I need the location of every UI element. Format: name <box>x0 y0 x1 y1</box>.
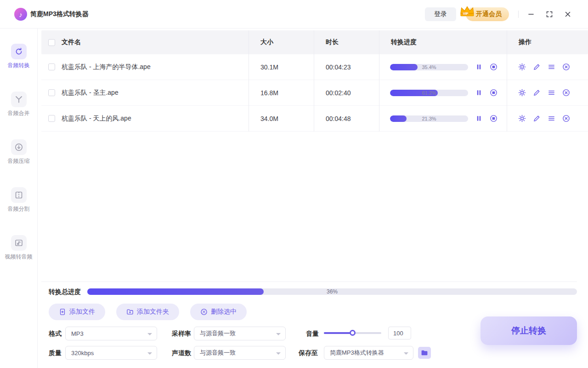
file-action-buttons: 添加文件 添加文件夹 删除选中 <box>49 304 247 320</box>
sidebar-item-audio-merge[interactable]: 音频合并 <box>8 92 30 117</box>
app-title: 简鹿MP3格式转换器 <box>30 0 89 29</box>
maximize-button[interactable] <box>543 8 556 21</box>
file-name: 杭盖乐队 - 圣主.ape <box>62 89 249 97</box>
login-button[interactable]: 登录 <box>425 7 456 21</box>
header-duration: 时长 <box>314 38 379 46</box>
column-divider <box>249 30 249 132</box>
quality-label: 质量 <box>49 346 62 360</box>
pause-icon[interactable] <box>475 89 483 97</box>
video-to-audio-icon <box>11 235 27 251</box>
file-size: 30.1M <box>249 63 314 71</box>
stop-conversion-button[interactable]: 停止转换 <box>481 316 577 345</box>
sidebar-item-audio-compress[interactable]: 音频压缩 <box>8 139 30 165</box>
sidebar: 音频转换 音频合并 音频压缩 音频分割 <box>0 29 38 368</box>
audio-split-icon <box>11 187 27 203</box>
app-window: ♪ 简鹿MP3格式转换器 登录 VIP 开通会员 <box>0 0 588 368</box>
delete-selected-button[interactable]: 删除选中 <box>190 304 247 320</box>
topbar-divider <box>518 11 519 18</box>
row-checkbox[interactable] <box>48 89 55 96</box>
format-select[interactable]: MP3 <box>65 327 157 340</box>
settings-icon[interactable] <box>518 63 526 71</box>
crown-icon <box>459 5 475 18</box>
channels-select[interactable]: 与源音频一致 <box>194 346 286 360</box>
samplerate-value: 与源音频一致 <box>200 329 236 338</box>
add-folder-label: 添加文件夹 <box>137 308 169 316</box>
sidebar-label: 音频转换 <box>8 62 30 69</box>
file-name: 杭盖乐队 - 天上的风.ape <box>62 115 249 123</box>
saveto-value: 简鹿MP3格式转换器 <box>330 349 384 357</box>
edit-icon[interactable] <box>532 63 541 71</box>
samplerate-label: 采样率 <box>172 327 191 340</box>
delete-selected-icon <box>200 308 208 316</box>
total-progress-percent: 36% <box>87 288 577 295</box>
row-progress-label: 21.3% <box>390 115 468 122</box>
column-divider <box>314 30 314 132</box>
details-icon[interactable] <box>547 63 555 71</box>
open-folder-button[interactable] <box>418 347 431 359</box>
details-icon[interactable] <box>547 89 555 97</box>
table-row: 杭盖乐队 - 上海产的半导体.ape 30.1M 00:04:23 35.4% <box>41 54 588 80</box>
select-all-checkbox[interactable] <box>48 39 55 46</box>
add-folder-button[interactable]: 添加文件夹 <box>116 304 179 320</box>
folder-icon <box>421 349 428 356</box>
close-button[interactable] <box>561 8 574 21</box>
row-progress-bar: 21.3% <box>390 115 468 122</box>
saveto-select[interactable]: 简鹿MP3格式转换器 <box>324 346 413 360</box>
saveto-label: 保存至 <box>299 346 318 360</box>
row-progress-label: 35.4% <box>390 64 468 70</box>
pause-icon[interactable] <box>475 115 483 123</box>
sidebar-label: 视频转音频 <box>5 253 33 261</box>
volume-slider[interactable] <box>324 332 381 334</box>
channels-value: 与源音频一致 <box>200 349 236 357</box>
file-duration: 00:02:40 <box>314 89 379 97</box>
format-label: 格式 <box>49 327 62 340</box>
file-table: 文件名 大小 时长 转换进度 操作 杭盖乐队 - 上海产的半导体.ape 30.… <box>41 30 588 132</box>
table-header-row: 文件名 大小 时长 转换进度 操作 <box>41 30 588 54</box>
add-file-label: 添加文件 <box>69 308 95 316</box>
quality-select[interactable]: 320kbps <box>65 346 157 360</box>
stop-icon[interactable] <box>489 89 498 97</box>
settings-icon[interactable] <box>518 115 526 123</box>
title-bar: ♪ 简鹿MP3格式转换器 登录 VIP 开通会员 <box>0 0 588 29</box>
sidebar-label: 音频分割 <box>8 205 30 213</box>
remove-icon[interactable] <box>562 63 570 71</box>
sidebar-item-audio-convert[interactable]: 音频转换 <box>8 44 30 69</box>
pause-icon[interactable] <box>475 63 483 71</box>
row-progress-bar: 61.2% <box>390 90 468 96</box>
file-duration: 00:04:48 <box>314 115 379 122</box>
stop-icon[interactable] <box>489 63 498 71</box>
sidebar-label: 音频合并 <box>8 109 30 117</box>
remove-icon[interactable] <box>562 115 570 123</box>
add-file-button[interactable]: 添加文件 <box>49 304 105 320</box>
edit-icon[interactable] <box>532 115 541 123</box>
total-progress-label: 转换总进度 <box>49 288 81 295</box>
header-progress: 转换进度 <box>379 38 507 46</box>
samplerate-select[interactable]: 与源音频一致 <box>194 327 286 340</box>
row-checkbox[interactable] <box>48 115 55 122</box>
settings-icon[interactable] <box>518 89 526 97</box>
row-progress-bar: 35.4% <box>390 64 468 70</box>
channels-label: 声道数 <box>172 346 191 360</box>
header-size: 大小 <box>249 38 314 46</box>
row-checkbox[interactable] <box>48 63 55 70</box>
sidebar-label: 音频压缩 <box>8 157 30 165</box>
quality-value: 320kbps <box>71 350 94 356</box>
audio-merge-icon <box>11 92 27 107</box>
sidebar-item-audio-split[interactable]: 音频分割 <box>8 187 30 213</box>
volume-slider-handle[interactable] <box>350 330 356 336</box>
minimize-button[interactable] <box>525 8 537 21</box>
stop-icon[interactable] <box>489 115 498 123</box>
file-name: 杭盖乐队 - 上海产的半导体.ape <box>62 63 249 71</box>
file-size: 16.8M <box>249 89 314 97</box>
audio-compress-icon <box>11 139 27 155</box>
table-row: 杭盖乐队 - 圣主.ape 16.8M 00:02:40 61.2% <box>41 80 588 106</box>
details-icon[interactable] <box>547 115 555 123</box>
edit-icon[interactable] <box>532 89 541 97</box>
header-actions: 操作 <box>507 38 588 46</box>
volume-input[interactable] <box>388 327 411 339</box>
sidebar-item-video-to-audio[interactable]: 视频转音频 <box>5 235 33 261</box>
audio-convert-icon <box>11 44 27 59</box>
footer-divider <box>41 282 577 282</box>
total-progress-bar: 36% <box>87 288 577 295</box>
remove-icon[interactable] <box>562 89 570 97</box>
